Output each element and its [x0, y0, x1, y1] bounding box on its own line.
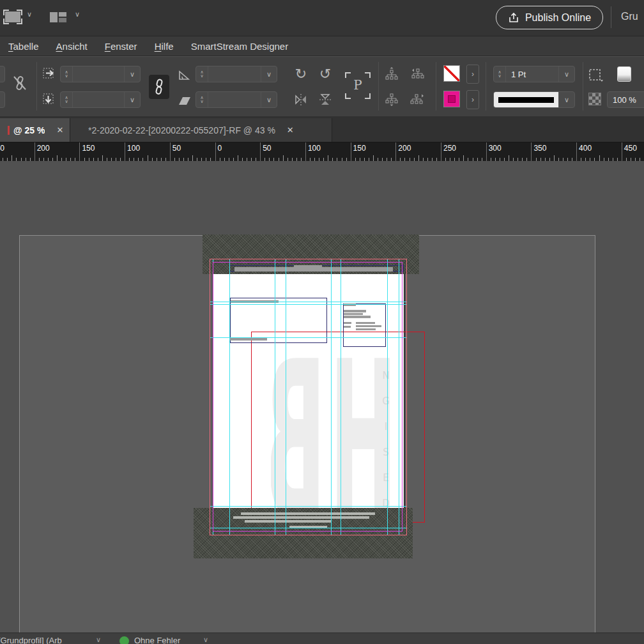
ruler-label: 400: [579, 144, 592, 153]
reference-point-label: P: [345, 77, 371, 93]
chevron-down-icon[interactable]: ∨: [261, 66, 277, 82]
ruler-label: 0: [218, 144, 222, 153]
select-first-object-button[interactable]: [383, 66, 400, 82]
ruler-major-tick: [79, 142, 80, 162]
menu-item-fenster[interactable]: Fenster: [105, 41, 137, 52]
upload-icon: [508, 12, 519, 24]
preflight-profile-label[interactable]: [Grundprofil] (Arb: [0, 634, 62, 644]
menu-item-hilfe[interactable]: Hilfe: [155, 41, 174, 52]
flip-horizontal-button[interactable]: [293, 91, 309, 108]
menu-item-tabelle[interactable]: Tabelle: [8, 41, 39, 52]
bleed-guides: [210, 259, 407, 535]
select-previous-object-button[interactable]: [410, 66, 426, 82]
stepper[interactable]: ∧∨: [494, 66, 506, 82]
horizontal-ruler[interactable]: 2502001501005005010015020025030035040045…: [0, 142, 644, 162]
chevron-down-icon[interactable]: ∨: [203, 636, 208, 644]
preflight-status-dot: [119, 636, 129, 644]
menu-item-smartstream-designer[interactable]: SmartStream Designer: [191, 41, 289, 52]
shear-angle-field[interactable]: ∧∨ ∨: [195, 91, 277, 108]
ruler-major-tick: [170, 142, 171, 162]
effects-icon[interactable]: [588, 67, 604, 84]
layout-block: [50, 12, 57, 22]
ruler-major-tick: [622, 142, 622, 162]
stepper[interactable]: ∧∨: [61, 66, 73, 82]
document-canvas[interactable]: B H NGISED: [0, 161, 644, 632]
width-field[interactable]: ∧∨ ∨: [60, 66, 141, 82]
zoom-tool-icon[interactable]: [5, 12, 20, 22]
stepper[interactable]: ∧∨: [61, 92, 73, 107]
layout-block: [59, 18, 66, 22]
rotation-angle-icon: [176, 67, 193, 84]
workspace-switcher[interactable]: Gru: [621, 11, 638, 22]
application-bar: ∨ ∨ Publish Online Gru: [0, 0, 644, 36]
ruler-label: 200: [37, 144, 50, 153]
preflight-status-label[interactable]: Ohne Fehler: [134, 634, 180, 644]
ruler-major-tick: [125, 142, 125, 162]
fill-color-swatch[interactable]: [443, 65, 460, 82]
stepper[interactable]: ∧∨: [196, 92, 208, 107]
flip-vertical-button[interactable]: [317, 91, 334, 108]
opacity-field[interactable]: 100 %: [607, 91, 644, 108]
document-tab[interactable]: @ 25 %✕: [0, 118, 70, 142]
menu-bar: TabelleAnsichtFensterHilfeSmartStream De…: [0, 36, 644, 56]
opacity-icon[interactable]: [588, 93, 601, 105]
unlink-dimensions-icon[interactable]: [12, 75, 28, 91]
height-icon: [41, 91, 57, 108]
chevron-down-icon[interactable]: ∨: [27, 10, 32, 19]
menu-item-ansicht[interactable]: Ansicht: [56, 41, 88, 52]
ruler-major-tick: [260, 142, 261, 162]
chevron-down-icon[interactable]: ∨: [558, 66, 574, 82]
reference-point-button[interactable]: P: [345, 72, 371, 99]
ruler-major-tick: [351, 142, 351, 162]
rotation-angle-field[interactable]: ∧∨ ∨: [195, 66, 277, 82]
solid-stroke-sample: [498, 97, 554, 103]
height-field[interactable]: ∧∨ ∨: [60, 91, 141, 108]
close-icon[interactable]: ✕: [287, 125, 294, 135]
screen-mode-icon[interactable]: [50, 12, 66, 22]
stepper[interactable]: ∧∨: [196, 66, 208, 82]
stroke-color-swatch[interactable]: [443, 91, 460, 107]
clipped-field[interactable]: [0, 66, 5, 82]
divider: [583, 62, 583, 111]
corner-mark: [365, 93, 371, 99]
select-last-object-button[interactable]: [383, 91, 400, 108]
ruler-label: 350: [533, 144, 546, 153]
ruler-label: 250: [443, 144, 456, 153]
ruler-label: 150: [82, 144, 95, 153]
constrain-proportions-button[interactable]: [149, 75, 169, 99]
document-tab[interactable]: *2-2020-02-22-[20200222-055207]-RF @ 43 …: [70, 118, 332, 142]
chevron-down-icon[interactable]: ∨: [124, 92, 140, 107]
object-style-icon[interactable]: [617, 66, 631, 82]
chevron-down-icon[interactable]: ∨: [96, 636, 101, 644]
ruler-label: 200: [398, 144, 411, 153]
chevron-down-icon[interactable]: ∨: [124, 66, 140, 82]
fill-options-button[interactable]: ›: [466, 65, 479, 84]
divider: [486, 62, 486, 111]
ruler-label: 300: [489, 144, 502, 153]
stroke-options-button[interactable]: ›: [466, 90, 479, 109]
select-next-object-button[interactable]: [410, 91, 426, 108]
rotate-counterclockwise-button[interactable]: ↺: [317, 66, 334, 82]
stroke-style-select[interactable]: ∨: [493, 91, 575, 108]
ruler-major-tick: [395, 142, 396, 162]
control-panel: ∧∨ ∨ ∧∨ ∨ ∧∨ ∨ ∧∨ ∨ ↻ ↺: [0, 57, 644, 117]
divider: [436, 62, 436, 111]
rotate-clockwise-button[interactable]: ↻: [293, 66, 309, 82]
clipped-field[interactable]: [0, 91, 5, 108]
chevron-down-icon[interactable]: ∨: [558, 92, 574, 107]
chevron-down-icon[interactable]: ∨: [75, 10, 80, 19]
unsaved-mark: [8, 126, 10, 135]
publish-online-button[interactable]: Publish Online: [496, 6, 603, 29]
opacity-value[interactable]: 100 %: [608, 95, 644, 105]
shear-angle-icon: [176, 93, 193, 109]
close-icon[interactable]: ✕: [56, 125, 63, 135]
ruler-major-tick: [305, 142, 306, 162]
corner-mark: [345, 93, 351, 99]
ruler-label: 250: [0, 144, 4, 153]
chevron-down-icon[interactable]: ∨: [261, 92, 277, 107]
stroke-weight-value[interactable]: 1 Pt: [506, 70, 558, 79]
stroke-weight-field[interactable]: ∧∨ 1 Pt ∨: [493, 66, 575, 82]
ruler-major-tick: [215, 142, 216, 162]
width-icon: [41, 66, 57, 82]
divider: [36, 62, 37, 111]
